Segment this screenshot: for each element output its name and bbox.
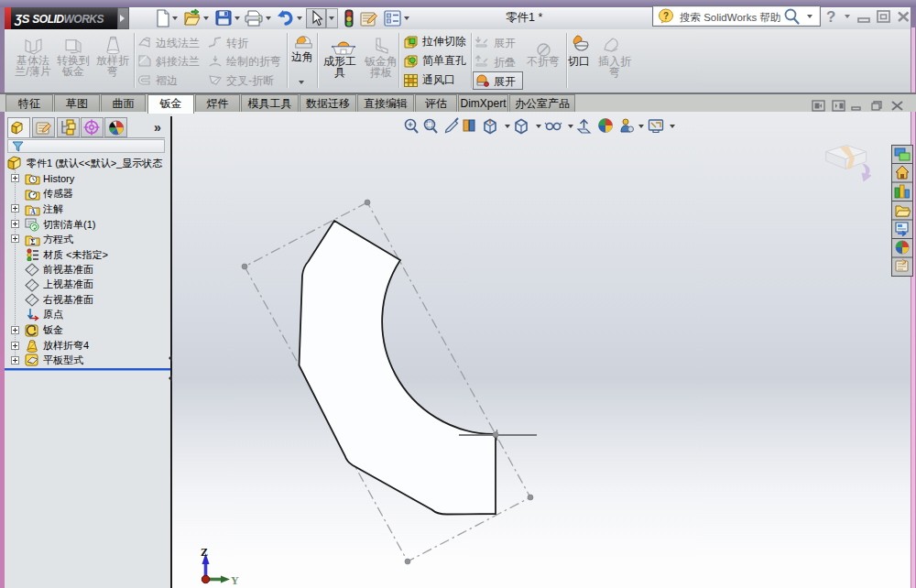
svg-text:Σ: Σ [31,238,36,246]
svg-text:A: A [30,208,36,216]
svg-text:Y: Y [231,574,239,587]
svg-text:Z: Z [201,546,208,559]
svg-text:?: ? [663,11,669,21]
